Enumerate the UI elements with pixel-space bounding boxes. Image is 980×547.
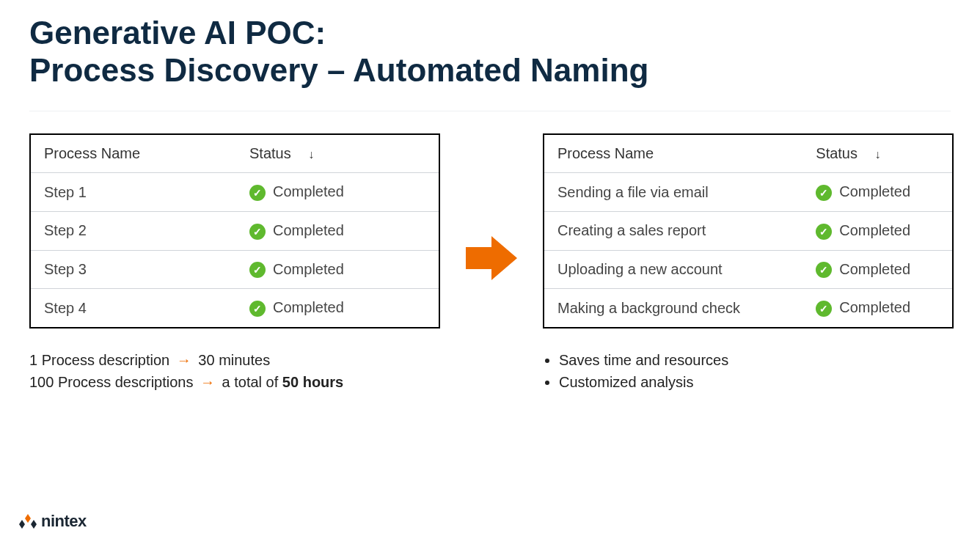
- status-text: Completed: [273, 299, 344, 315]
- right-bullets: Saves time and resources Customized anal…: [543, 349, 954, 393]
- note-text-bold: 50 hours: [282, 374, 343, 390]
- status-cell: ✓Completed: [802, 289, 953, 328]
- check-icon: ✓: [816, 224, 832, 240]
- note-text: a total of: [218, 374, 282, 390]
- status-text: Completed: [839, 183, 910, 199]
- nintex-mark-icon: [19, 513, 37, 530]
- status-text: Completed: [273, 222, 344, 238]
- process-name-cell: Sending a file via email: [544, 173, 802, 212]
- status-text: Completed: [839, 222, 910, 238]
- status-cell: ✓Completed: [236, 250, 439, 289]
- check-icon: ✓: [816, 185, 832, 201]
- left-notes: 1 Process description → 30 minutes 100 P…: [29, 349, 440, 393]
- note-text: 100 Process descriptions: [29, 374, 197, 390]
- check-icon: ✓: [816, 301, 832, 317]
- col-status-label: Status: [249, 145, 291, 161]
- divider: [29, 111, 951, 111]
- process-name-cell: Making a background check: [544, 289, 802, 328]
- note-line-1: 1 Process description → 30 minutes: [29, 349, 440, 371]
- col-status: Status ↓: [236, 134, 439, 173]
- arrow-right-small-icon: →: [197, 374, 218, 390]
- svg-marker-3: [31, 520, 37, 529]
- process-name-cell: Step 3: [30, 250, 236, 289]
- columns: Process Name Status ↓ Step 1 ✓Completed: [29, 133, 951, 393]
- left-column: Process Name Status ↓ Step 1 ✓Completed: [29, 133, 440, 393]
- table-row: Making a background check ✓Completed: [544, 289, 953, 328]
- slide-title: Generative AI POC: Process Discovery – A…: [29, 15, 951, 89]
- bullet-item: Customized analysis: [559, 371, 954, 393]
- check-icon: ✓: [249, 185, 266, 201]
- svg-marker-2: [19, 520, 25, 529]
- note-line-2: 100 Process descriptions → a total of 50…: [29, 371, 440, 393]
- table-row: Step 2 ✓Completed: [30, 211, 439, 250]
- table-header-row: Process Name Status ↓: [544, 134, 953, 173]
- right-column: Process Name Status ↓ Sending a file via…: [543, 133, 954, 393]
- title-line-1: Generative AI POC:: [29, 15, 326, 51]
- table-row: Step 3 ✓Completed: [30, 250, 439, 289]
- process-name-cell: Uploading a new account: [544, 250, 802, 289]
- slide: Generative AI POC: Process Discovery – A…: [0, 0, 980, 547]
- sort-down-icon: ↓: [308, 148, 314, 161]
- note-text: 30 minutes: [194, 352, 270, 368]
- after-table: Process Name Status ↓ Sending a file via…: [543, 133, 954, 328]
- status-text: Completed: [273, 183, 344, 199]
- note-text: 1 Process description: [29, 352, 174, 368]
- col-status: Status ↓: [802, 134, 953, 173]
- table-row: Step 4 ✓Completed: [30, 289, 439, 328]
- arrow-right-icon: [466, 236, 517, 280]
- status-cell: ✓Completed: [802, 250, 953, 289]
- status-cell: ✓Completed: [802, 211, 953, 250]
- status-text: Completed: [273, 261, 344, 277]
- process-name-cell: Step 4: [30, 289, 236, 328]
- table-row: Uploading a new account ✓Completed: [544, 250, 953, 289]
- table-row: Step 1 ✓Completed: [30, 173, 439, 212]
- check-icon: ✓: [249, 262, 266, 278]
- check-icon: ✓: [249, 301, 266, 317]
- sort-down-icon: ↓: [875, 148, 881, 161]
- status-cell: ✓Completed: [802, 173, 953, 212]
- check-icon: ✓: [249, 224, 266, 240]
- col-process-name: Process Name: [30, 134, 236, 173]
- brand-name: nintex: [41, 512, 87, 531]
- title-line-2: Process Discovery – Automated Naming: [29, 52, 648, 88]
- table-header-row: Process Name Status ↓: [30, 134, 439, 173]
- table-row: Sending a file via email ✓Completed: [544, 173, 953, 212]
- process-name-cell: Step 1: [30, 173, 236, 212]
- brand-logo: nintex: [19, 512, 87, 531]
- arrow-right-small-icon: →: [174, 352, 194, 368]
- status-cell: ✓Completed: [236, 289, 439, 328]
- col-process-name: Process Name: [544, 134, 802, 173]
- transition-arrow: [462, 133, 521, 280]
- process-name-cell: Step 2: [30, 211, 236, 250]
- check-icon: ✓: [816, 262, 832, 278]
- status-text: Completed: [839, 261, 910, 277]
- bullet-item: Saves time and resources: [559, 349, 954, 371]
- before-table: Process Name Status ↓ Step 1 ✓Completed: [29, 133, 440, 328]
- status-text: Completed: [839, 299, 910, 315]
- process-name-cell: Creating a sales report: [544, 211, 802, 250]
- col-status-label: Status: [816, 145, 858, 161]
- svg-marker-0: [466, 236, 517, 280]
- status-cell: ✓Completed: [236, 211, 439, 250]
- status-cell: ✓Completed: [236, 173, 439, 212]
- svg-marker-1: [25, 514, 31, 523]
- table-row: Creating a sales report ✓Completed: [544, 211, 953, 250]
